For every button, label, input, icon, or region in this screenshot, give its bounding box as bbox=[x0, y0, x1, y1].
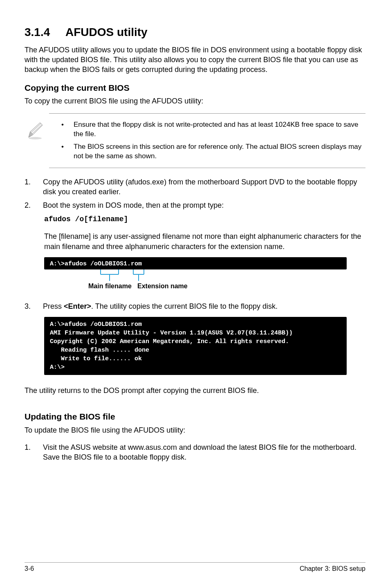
step-text: Boot the system in DOS mode, then at the… bbox=[43, 200, 365, 210]
page-footer: 3-6 Chapter 3: BIOS setup bbox=[25, 562, 365, 573]
bullet-icon: • bbox=[61, 120, 74, 139]
closing-text: The utility returns to the DOS prompt af… bbox=[25, 386, 365, 395]
copying-heading: Copying the current BIOS bbox=[25, 82, 365, 94]
step-number: 1. bbox=[25, 442, 43, 462]
command-code: afudos /o[filename] bbox=[44, 214, 365, 224]
chapter-label: Chapter 3: BIOS setup bbox=[300, 564, 365, 573]
step-item: 1. Visit the ASUS website at www.asus.co… bbox=[25, 442, 365, 462]
bullet-icon: • bbox=[61, 142, 74, 161]
note-item: • The BIOS screens in this section are f… bbox=[49, 141, 365, 163]
step-number: 3. bbox=[25, 301, 43, 311]
note-text: Ensure that the floppy disk is not write… bbox=[74, 120, 365, 139]
pencil-note-icon bbox=[26, 122, 44, 140]
annotation-label-main: Main filename bbox=[88, 282, 132, 291]
page-number: 3-6 bbox=[25, 564, 34, 573]
step-number: 1. bbox=[25, 177, 43, 197]
note-text: The BIOS screens in this section are for… bbox=[74, 142, 365, 161]
updating-lead: To update the BIOS file using the AFUDOS… bbox=[25, 425, 365, 435]
step-item: 1. Copy the AFUDOS utility (afudos.exe) … bbox=[25, 177, 365, 197]
after-command-text: The [filename] is any user-assigned file… bbox=[44, 231, 365, 251]
step-text: Visit the ASUS website at www.asus.com a… bbox=[43, 442, 365, 462]
terminal-output: A:\>afudos /oOLDBIOS1.rom AMI Firmware U… bbox=[44, 317, 347, 375]
note-item: • Ensure that the floppy disk is not wri… bbox=[49, 119, 365, 141]
annotation-row: Main filename Extension name bbox=[44, 269, 365, 294]
section-intro: The AFUDOS utility allows you to update … bbox=[25, 45, 365, 75]
step-item: 2. Boot the system in DOS mode, then at … bbox=[25, 200, 365, 210]
section-heading: 3.1.4AFUDOS utility bbox=[25, 25, 365, 40]
copying-lead: To copy the current BIOS file using the … bbox=[25, 96, 365, 106]
annotation-label-ext: Extension name bbox=[137, 282, 188, 291]
terminal-output: A:\>afudos /oOLDBIOS1.rom bbox=[44, 257, 347, 269]
section-number: 3.1.4 bbox=[25, 25, 65, 40]
step-text: Copy the AFUDOS utility (afudos.exe) fro… bbox=[43, 177, 365, 197]
updating-heading: Updating the BIOS file bbox=[25, 411, 365, 422]
step-number: 2. bbox=[25, 200, 43, 210]
step-text: Press <Enter>. The utility copies the cu… bbox=[43, 301, 365, 311]
key-label: <Enter> bbox=[64, 302, 91, 310]
svg-point-0 bbox=[29, 137, 42, 139]
note-block: • Ensure that the floppy disk is not wri… bbox=[49, 113, 365, 168]
step-item: 3. Press <Enter>. The utility copies the… bbox=[25, 301, 365, 311]
section-title-text: AFUDOS utility bbox=[65, 26, 148, 38]
